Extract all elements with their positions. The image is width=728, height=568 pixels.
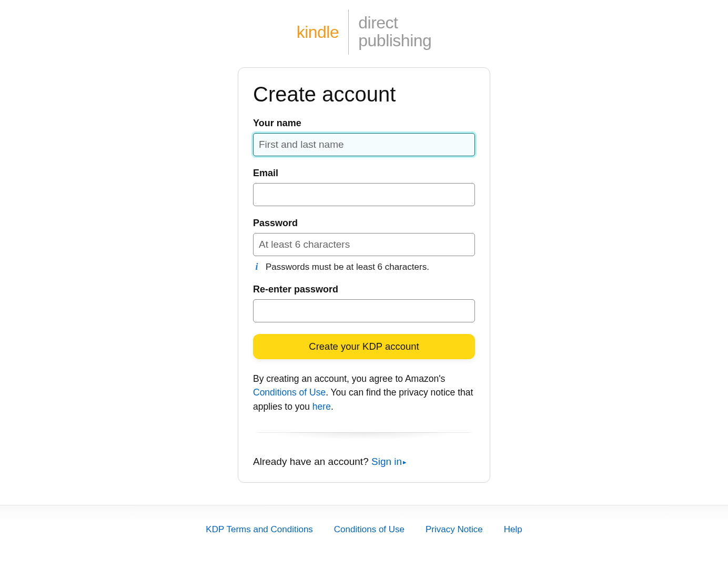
email-label: Email — [253, 168, 475, 179]
field-name: Your name — [253, 118, 475, 156]
password-input[interactable] — [253, 233, 475, 256]
signin-prompt: Already have an account? Sign in▸ — [253, 456, 475, 468]
email-input[interactable] — [253, 183, 475, 206]
footer-link-kdp-terms[interactable]: KDP Terms and Conditions — [206, 524, 312, 535]
info-icon: i — [253, 261, 260, 272]
conditions-of-use-link[interactable]: Conditions of Use — [253, 387, 326, 398]
password-hint-text: Passwords must be at least 6 characters. — [266, 262, 429, 272]
password2-label: Re-enter password — [253, 284, 475, 295]
field-email: Email — [253, 168, 475, 206]
field-password: Password i Passwords must be at least 6 … — [253, 218, 475, 272]
legal-text: By creating an account, you agree to Ama… — [253, 372, 475, 413]
logo-publishing-text: publishing — [358, 32, 431, 50]
name-label: Your name — [253, 118, 475, 129]
logo-direct-publishing: direct publishing — [349, 14, 431, 49]
footer-link-conditions[interactable]: Conditions of Use — [334, 524, 405, 535]
field-password-confirm: Re-enter password — [253, 284, 475, 322]
page-footer: KDP Terms and Conditions Conditions of U… — [0, 505, 728, 535]
logo-kindle-text: kindle — [297, 23, 349, 42]
kdp-logo: kindle direct publishing — [297, 9, 432, 55]
privacy-here-link[interactable]: here — [312, 401, 331, 412]
chevron-right-icon: ▸ — [403, 458, 407, 466]
logo-direct-text: direct — [358, 14, 431, 32]
name-input[interactable] — [253, 133, 475, 156]
create-account-card: Create account Your name Email Password … — [238, 67, 490, 483]
sign-in-link[interactable]: Sign in▸ — [371, 456, 407, 467]
footer-link-help[interactable]: Help — [504, 524, 522, 535]
page-title: Create account — [253, 83, 475, 106]
password-confirm-input[interactable] — [253, 299, 475, 322]
footer-link-privacy[interactable]: Privacy Notice — [426, 524, 483, 535]
password-label: Password — [253, 218, 475, 229]
password-hint: i Passwords must be at least 6 character… — [253, 261, 475, 272]
create-account-button[interactable]: Create your KDP account — [253, 334, 475, 359]
